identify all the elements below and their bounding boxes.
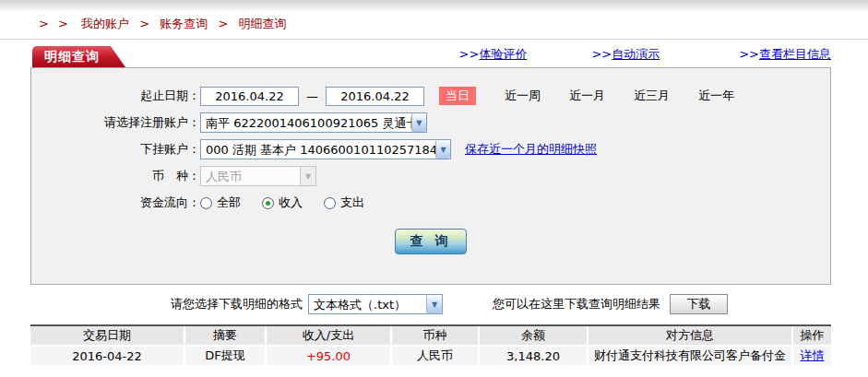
date-range-row: 起止日期： — 当日 近一周 近一月 近三月 近一年 xyxy=(31,86,830,106)
breadcrumb: > > 我的账户 > 账务查询 > 明细查询 xyxy=(0,12,868,32)
col-header-action: 操作 xyxy=(791,326,831,347)
link-auto-demo[interactable]: >>自动演示 xyxy=(591,46,660,63)
tab-detail-query[interactable]: 明细查询 xyxy=(32,46,125,67)
date-range-dash: — xyxy=(306,89,318,103)
link-prefix: >> xyxy=(739,47,759,61)
flow-option-label: 支出 xyxy=(340,194,364,211)
sub-account-label: 下挂账户： xyxy=(31,141,200,158)
query-button[interactable]: 查 询 xyxy=(395,229,467,254)
radio-checked-icon xyxy=(262,197,274,209)
cell-currency: 人民币 xyxy=(390,347,478,365)
breadcrumb-separator: > xyxy=(139,17,149,30)
table-header-row: 交易日期 摘要 收入/支出 币种 余额 对方信息 操作 xyxy=(30,326,831,347)
cell-amount: +95.00 xyxy=(265,347,390,365)
cell-summary: DF提现 xyxy=(184,347,265,365)
quick-range-today[interactable]: 当日 xyxy=(439,87,476,105)
transactions-table: 交易日期 摘要 收入/支出 币种 余额 对方信息 操作 2016-04-22 D… xyxy=(30,324,831,365)
cell-date: 2016-04-22 xyxy=(30,347,184,365)
cell-balance: 3,148.20 xyxy=(478,347,587,365)
col-header-amount: 收入/支出 xyxy=(265,326,390,347)
dropdown-arrow-icon: ▼ xyxy=(411,113,426,132)
download-row: 请您选择下载明细的格式 文本格式（.txt） ▼ 您可以在这里下载查询明细结果 … xyxy=(30,293,831,315)
col-header-counterparty: 对方信息 xyxy=(587,326,791,347)
breadcrumb-divider xyxy=(0,39,868,40)
download-result-label: 您可以在这里下载查询明细结果 xyxy=(493,296,660,312)
link-experience-rating[interactable]: >>体验评价 xyxy=(459,46,528,63)
col-header-currency: 币种 xyxy=(390,326,478,347)
register-account-row: 请选择注册账户： 南平 6222001406100921065 灵通卡 ▼ xyxy=(31,112,830,133)
breadcrumb-item-account-query[interactable]: 账务查询 xyxy=(160,17,208,30)
breadcrumb-prefix: > > xyxy=(39,17,71,30)
quick-range-week[interactable]: 近一周 xyxy=(505,88,541,104)
col-header-balance: 余额 xyxy=(478,326,587,347)
panel-header: 明细查询 >>体验评价 >>自动演示 >>查看栏目信息 xyxy=(30,46,831,67)
page-top-gradient xyxy=(0,0,868,12)
col-header-date: 交易日期 xyxy=(30,326,184,347)
date-range-label: 起止日期： xyxy=(31,88,200,104)
quick-range-month[interactable]: 近一月 xyxy=(569,88,605,104)
fund-flow-label: 资金流向： xyxy=(31,194,200,211)
snapshot-link[interactable]: 保存近一个月的明细快照 xyxy=(465,141,597,158)
sub-account-row: 下挂账户： 000 活期 基本户 1406600101102571848 ▼ 保… xyxy=(31,139,830,159)
flow-option-label: 收入 xyxy=(279,194,303,211)
link-prefix: >> xyxy=(459,47,480,61)
flow-option-income[interactable]: 收入 xyxy=(262,194,303,211)
currency-row: 币 种： 人民币 ▼ xyxy=(31,166,830,186)
fund-flow-row: 资金流向： 全部 收入 支出 xyxy=(31,193,830,213)
dropdown-arrow-icon: ▼ xyxy=(300,167,315,185)
radio-unchecked-icon xyxy=(200,197,212,209)
detail-link[interactable]: 详情 xyxy=(801,348,825,362)
link-prefix: >> xyxy=(591,47,612,61)
table-row: 2016-04-22 DF提现 +95.00 人民币 3,148.20 财付通支… xyxy=(30,347,831,365)
breadcrumb-item-detail-query[interactable]: 明细查询 xyxy=(238,17,286,30)
download-button[interactable]: 下载 xyxy=(670,294,728,314)
download-format-label: 请您选择下载明细的格式 xyxy=(171,296,303,312)
flow-option-label: 全部 xyxy=(217,194,241,211)
start-date-input[interactable] xyxy=(200,87,299,106)
end-date-input[interactable] xyxy=(326,87,424,106)
cell-counterparty: 财付通支付科技有限公司客户备付金 xyxy=(587,347,791,365)
dropdown-arrow-icon: ▼ xyxy=(435,140,450,159)
quick-range-year[interactable]: 近一年 xyxy=(698,88,734,104)
col-header-summary: 摘要 xyxy=(184,326,265,347)
currency-select-disabled: 人民币 ▼ xyxy=(200,166,316,186)
register-account-select[interactable]: 南平 6222001406100921065 灵通卡 ▼ xyxy=(200,112,427,133)
query-form-panel: 起止日期： — 当日 近一周 近一月 近三月 近一年 请选择注册账户： 南平 6… xyxy=(30,67,831,285)
sub-account-select[interactable]: 000 活期 基本户 1406600101102571848 ▼ xyxy=(200,139,451,159)
breadcrumb-separator: > xyxy=(218,17,228,30)
link-view-column-info[interactable]: >>查看栏目信息 xyxy=(739,46,831,63)
radio-unchecked-icon xyxy=(324,197,336,209)
currency-label: 币 种： xyxy=(31,168,200,184)
breadcrumb-item-my-account[interactable]: 我的账户 xyxy=(81,17,129,30)
flow-option-expense[interactable]: 支出 xyxy=(324,194,364,211)
quick-range-quarter[interactable]: 近三月 xyxy=(634,88,670,104)
cell-action: 详情 xyxy=(791,347,831,365)
dropdown-arrow-icon: ▼ xyxy=(426,295,442,313)
download-format-select[interactable]: 文本格式（.txt） ▼ xyxy=(308,294,443,314)
register-account-label: 请选择注册账户： xyxy=(31,114,200,131)
flow-option-all[interactable]: 全部 xyxy=(200,194,241,211)
